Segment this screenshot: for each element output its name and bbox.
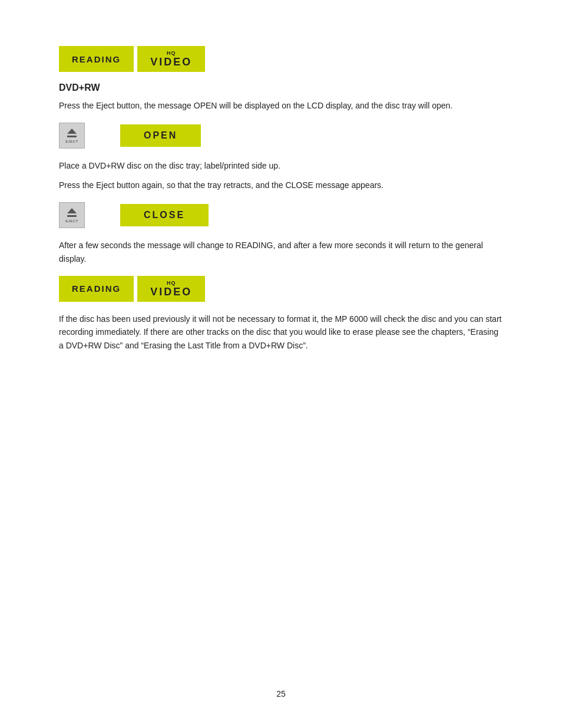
close-display-row: EJECT CLOSE xyxy=(59,202,503,228)
close-badge: CLOSE xyxy=(120,204,209,226)
video-badge: HQ VIDEO xyxy=(137,46,205,72)
video-label: VIDEO xyxy=(150,57,192,67)
hq-label-2: HQ xyxy=(167,281,176,286)
para4: After a few seconds the message will cha… xyxy=(59,239,503,265)
eject-label-1: EJECT xyxy=(65,140,78,143)
bottom-display-row: READING HQ VIDEO xyxy=(59,276,503,302)
reading-badge-2: READING xyxy=(59,276,134,302)
page-number: 25 xyxy=(276,689,286,699)
open-badge: OPEN xyxy=(120,124,201,147)
eject-label-2: EJECT xyxy=(65,219,78,223)
para2: Place a DVD+RW disc on the disc tray; la… xyxy=(59,159,503,172)
para5: If the disc has been used previously it … xyxy=(59,312,503,352)
eject-button-1: EJECT xyxy=(59,123,85,149)
eject-triangle-icon-2 xyxy=(67,208,77,213)
para1: Press the Eject button, the message OPEN… xyxy=(59,99,503,112)
section-heading: DVD+RW xyxy=(59,83,503,93)
top-display-row: READING HQ VIDEO xyxy=(59,46,503,72)
eject-triangle-icon xyxy=(67,129,77,134)
para3: Press the Eject button again, so that th… xyxy=(59,179,503,192)
open-display-row: EJECT OPEN xyxy=(59,123,503,149)
eject-bar-icon xyxy=(67,136,77,137)
video-badge-2: HQ VIDEO xyxy=(137,276,205,302)
eject-bar-icon-2 xyxy=(67,215,77,217)
hq-label: HQ xyxy=(167,51,176,56)
reading-badge: READING xyxy=(59,46,134,72)
eject-button-2: EJECT xyxy=(59,202,85,228)
video-label-2: VIDEO xyxy=(150,286,192,297)
